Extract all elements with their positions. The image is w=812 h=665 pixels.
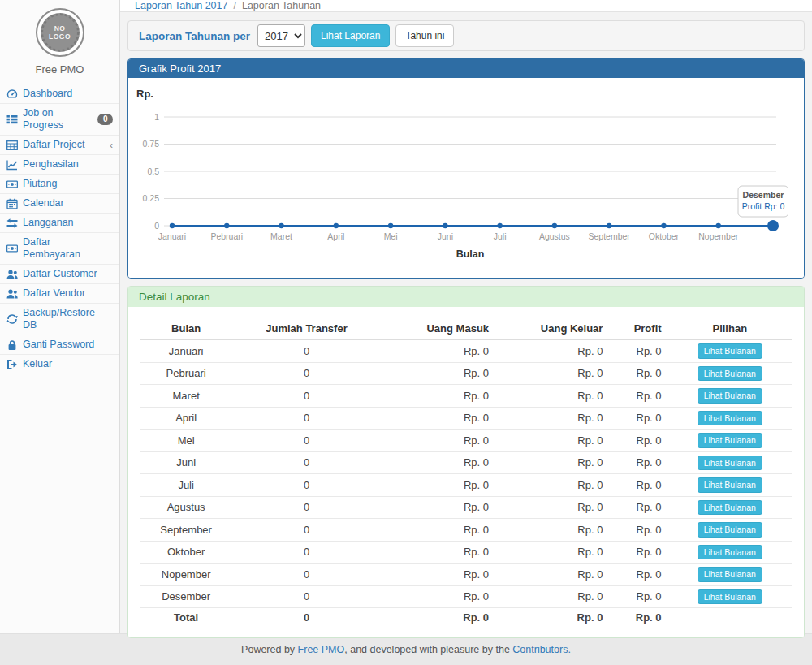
sidebar-item-backup-restore-db[interactable]: Backup/Restore DB [0,304,119,335]
content-inner: Laporan Tahunan per 2017 Lihat Laporan T… [120,12,812,648]
cell-uang-keluar: Rp. 0 [495,519,609,542]
cell-uang-masuk: Rp. 0 [382,430,495,452]
lihat-bulanan-button[interactable]: Lihat Bulanan [698,522,762,538]
sidebar-item-keluar[interactable]: Keluar [0,355,119,374]
profit-line-chart[interactable]: Rp.10.750.50.250JanuariPebruariMaretApri… [133,84,799,276]
column-header-jumlah-transfer: Jumlah Transfer [231,318,381,339]
profit-chart-panel: Grafik Profit 2017 Rp.10.750.50.250Janua… [127,58,805,279]
column-header-profit: Profit [609,318,667,339]
detail-panel-title: Detail Laporan [128,287,804,307]
lihat-bulanan-button[interactable]: Lihat Bulanan [698,545,762,560]
sidebar-item-daftar-project[interactable]: Daftar Project‹ [0,136,119,155]
sidebar-item-daftar-customer[interactable]: Daftar Customer [0,265,119,284]
column-header-uang-masuk: Uang Masuk [382,318,495,339]
logo-text-line1: NO [54,24,66,32]
lihat-bulanan-button[interactable]: Lihat Bulanan [698,589,762,605]
year-select[interactable]: 2017 [257,24,305,47]
chart-body: Rp.10.750.50.250JanuariPebruariMaretApri… [128,78,804,278]
sidebar-item-daftar-pembayaran[interactable]: Daftar Pembayaran [0,233,119,265]
lihat-bulanan-button[interactable]: Lihat Bulanan [698,500,762,516]
svg-text:Oktober: Oktober [649,231,680,241]
cell-profit: Rp. 0 [609,585,667,608]
cell-uang-keluar: Rp. 0 [495,385,609,408]
total-row: Total0Rp. 0Rp. 0Rp. 0 [140,608,792,628]
cell-jumlah-transfer: 0 [231,585,381,608]
cell-uang-masuk: Rp. 0 [382,564,495,586]
svg-text:0.25: 0.25 [143,193,160,203]
sidebar-menu: DashboardJob on Progress0Daftar Project‹… [0,84,119,374]
lihat-bulanan-button[interactable]: Lihat Bulanan [698,366,762,382]
report-filter-bar: Laporan Tahunan per 2017 Lihat Laporan T… [127,20,805,51]
this-year-button[interactable]: Tahun ini [395,24,454,47]
chart-panel-title: Grafik Profit 2017 [128,59,804,78]
table-row: Januari0Rp. 0Rp. 0Rp. 0Lihat Bulanan [140,339,792,362]
sidebar-item-label: Ganti Password [23,339,94,351]
breadcrumb-current: Laporan Tahunan [242,0,321,11]
sidebar-item-daftar-vendor[interactable]: Daftar Vendor [0,284,119,304]
sidebar-item-label: Piutang [23,178,57,190]
calendar-icon [6,198,18,209]
lihat-bulanan-button[interactable]: Lihat Bulanan [698,433,762,448]
table-row: Nopember0Rp. 0Rp. 0Rp. 0Lihat Bulanan [140,564,792,586]
cell-profit: Rp. 0 [609,385,667,408]
sidebar-item-label: Daftar Pembayaran [23,236,108,261]
breadcrumb-parent-link[interactable]: Laporan Tahun 2017 [135,0,227,11]
sidebar-item-ganti-password[interactable]: Ganti Password [0,335,119,355]
view-report-button[interactable]: Lihat Laporan [311,24,390,47]
cell-bulan: Nopember [140,564,231,586]
lihat-bulanan-button[interactable]: Lihat Bulanan [698,343,762,359]
svg-text:0: 0 [154,221,159,231]
column-header-bulan: Bulan [140,318,231,339]
cell-jumlah-transfer: 0 [231,496,381,519]
table-icon [6,140,18,151]
lihat-bulanan-button[interactable]: Lihat Bulanan [698,388,762,404]
cell-jumlah-transfer: 0 [231,519,381,542]
cell-jumlah-transfer: 0 [231,474,381,497]
users-icon [6,269,18,280]
svg-text:1: 1 [154,112,159,122]
cell-uang-masuk: Rp. 0 [382,339,495,362]
free-pmo-link[interactable]: Free PMO [298,644,345,655]
contributors-link[interactable]: Contributors. [512,644,571,655]
cell-bulan: Agustus [140,496,231,519]
sidebar-item-job-on-progress[interactable]: Job on Progress0 [0,104,119,136]
cell-uang-masuk: Rp. 0 [382,519,495,542]
sidebar-item-penghasilan[interactable]: Penghasilan [0,155,119,175]
cell-profit: Rp. 0 [609,608,667,628]
svg-text:0.75: 0.75 [143,139,160,149]
sidebar-item-dashboard[interactable]: Dashboard [0,84,119,104]
line-chart-icon [6,159,18,171]
table-row: Juli0Rp. 0Rp. 0Rp. 0Lihat Bulanan [140,474,792,497]
cell-jumlah-transfer: 0 [231,430,381,452]
cell-uang-keluar: Rp. 0 [495,564,609,586]
cell-pilihan: Lihat Bulanan [668,339,792,362]
lihat-bulanan-button[interactable]: Lihat Bulanan [698,411,762,426]
lihat-bulanan-button[interactable]: Lihat Bulanan [698,567,762,582]
no-logo-placeholder: NO LOGO [41,13,80,52]
brand-name: Free PMO [36,63,84,76]
detail-panel-body: BulanJumlah TransferUang MasukUang Kelua… [128,307,804,637]
svg-text:Profit Rp: 0: Profit Rp: 0 [742,201,785,211]
cell-pilihan: Lihat Bulanan [668,585,792,608]
cell-profit: Rp. 0 [609,430,667,452]
cell-bulan: Oktober [140,541,231,564]
sidebar: NO LOGO Free PMO DashboardJob on Progres… [0,0,120,633]
cell-uang-keluar: Rp. 0 [495,430,609,452]
sidebar-item-langganan[interactable]: Langganan [0,214,119,233]
lihat-bulanan-button[interactable]: Lihat Bulanan [698,456,762,471]
logo-block: NO LOGO Free PMO [0,0,119,76]
count-badge: 0 [97,114,113,125]
lihat-bulanan-button[interactable]: Lihat Bulanan [698,477,762,493]
sidebar-item-piutang[interactable]: Piutang [0,175,119,194]
cell-pilihan: Lihat Bulanan [668,474,792,497]
cell-pilihan: Lihat Bulanan [668,496,792,519]
sidebar-item-calendar[interactable]: Calendar [0,194,119,214]
svg-text:Januari: Januari [158,231,186,241]
sign-out-icon [6,359,18,370]
sidebar-item-label: Daftar Customer [23,268,97,280]
exchange-icon [6,218,18,229]
cell-pilihan: Lihat Bulanan [668,407,792,430]
svg-text:Juli: Juli [494,231,507,241]
money-icon [6,243,18,254]
cell-uang-masuk: Rp. 0 [382,451,495,474]
